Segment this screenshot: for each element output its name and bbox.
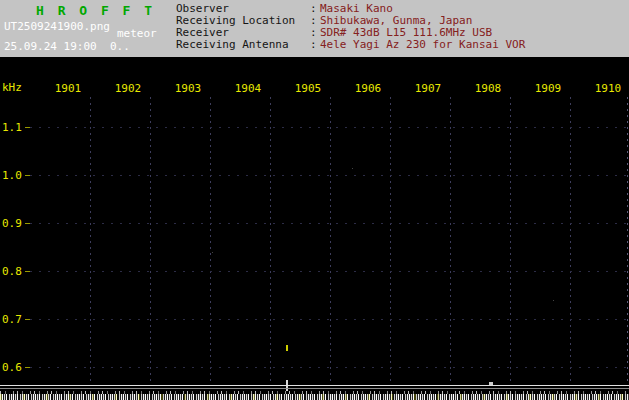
noise-speckle — [352, 168, 353, 169]
station-info-block: Observer : Masaki Kano Receiving Locatio… — [176, 3, 525, 51]
grid-hline — [30, 319, 629, 320]
grid-hline — [30, 223, 629, 224]
y-axis-unit-label: kHz — [2, 81, 22, 94]
y-axis-tick-label: 0.7 — [2, 313, 24, 326]
app-title: H R O F F T — [36, 3, 155, 18]
x-axis-tick-label: 1908 — [468, 82, 508, 95]
grid-hline — [30, 127, 629, 128]
grid-vline — [210, 97, 211, 385]
y-axis-tick-label: 0.6 — [2, 361, 24, 374]
info-value: 4ele Yagi Az 230 for Kansai VOR — [320, 39, 525, 51]
y-axis-tick-label: 1.0 — [2, 169, 24, 182]
grid-vline — [627, 97, 628, 385]
grid-vline — [570, 97, 571, 385]
x-axis-tick-label: 1909 — [528, 82, 568, 95]
hrofft-output-window: H R O F F T UT2509241900.png meteor 25.0… — [0, 0, 629, 400]
noise-speckle — [212, 252, 213, 253]
x-axis-tick-label: 1901 — [48, 82, 88, 95]
grid-hline — [30, 175, 629, 176]
y-axis-tick-label: 1.1 — [2, 121, 24, 134]
grid-vline — [90, 97, 91, 385]
info-row-antenna: Receiving Antenna : 4ele Yagi Az 230 for… — [176, 39, 525, 51]
grid-vline — [330, 97, 331, 385]
info-separator: : — [310, 39, 320, 51]
echo-mark — [286, 345, 288, 351]
x-axis-tick-label: 1902 — [108, 82, 148, 95]
grid-hline — [30, 367, 629, 368]
x-axis-tick-label: 1904 — [228, 82, 268, 95]
observation-mode-label: meteor — [117, 27, 157, 40]
datetime-label: 25.09.24 19:00 0.. — [4, 40, 130, 53]
y-axis-tick-label: 0.9 — [2, 217, 24, 230]
header-panel: H R O F F T UT2509241900.png meteor 25.0… — [0, 0, 629, 57]
x-axis-tick-label: 1910 — [588, 82, 628, 95]
output-filename: UT2509241900.png — [4, 20, 110, 33]
grid-vline — [270, 97, 271, 385]
x-axis-tick-label: 1907 — [408, 82, 448, 95]
x-axis-tick-label: 1903 — [168, 82, 208, 95]
noise-speckle — [553, 300, 554, 301]
grid-hline — [30, 271, 629, 272]
noise-floor-band-lower — [0, 394, 629, 400]
grid-vline — [390, 97, 391, 385]
x-axis-tick-label: 1905 — [288, 82, 328, 95]
level-line-lower — [0, 388, 629, 389]
y-axis-tick-label: 0.8 — [2, 265, 24, 278]
grid-vline — [510, 97, 511, 385]
grid-vline — [150, 97, 151, 385]
x-axis-tick-label: 1906 — [348, 82, 388, 95]
info-label: Receiving Antenna — [176, 39, 310, 51]
level-line-upper — [0, 385, 629, 386]
grid-vline — [450, 97, 451, 385]
